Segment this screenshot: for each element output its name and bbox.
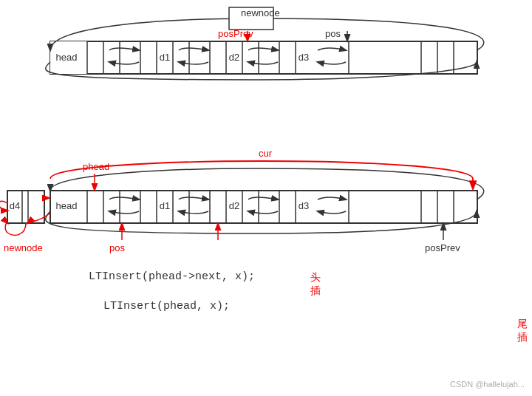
posPrev-top-label: posPrev: [218, 28, 253, 39]
phead-label: phead: [83, 161, 109, 172]
code-section-2: LTInsert(phead, x); 尾插: [103, 299, 230, 313]
bottom-d2-label: d2: [229, 200, 239, 211]
bottom-head-label: head: [56, 200, 78, 211]
pos-top-label: pos: [325, 28, 341, 39]
top-d1-label: d1: [160, 52, 170, 63]
code-section-1: LTInsert(phead->next, x); 头插: [89, 270, 255, 283]
code1-text: LTInsert(phead->next, x);: [89, 270, 255, 283]
cur-label: cur: [259, 148, 272, 159]
top-head-label: head: [56, 52, 78, 63]
bottom-d4-label: d4: [10, 200, 20, 211]
newnode-bottom-label: newnode: [4, 242, 43, 253]
diagram-container: head d1 d2 d3 d4 head d1 d2 d3 pos posPr…: [0, 0, 532, 396]
top-d3-label: d3: [299, 52, 309, 63]
svg-rect-22: [50, 191, 477, 223]
code2-comment: 尾插: [517, 318, 528, 344]
newnode-top-label: newnode: [241, 7, 280, 18]
top-d2-label: d2: [229, 52, 239, 63]
csdn-label: CSDN @hallelujah...: [450, 380, 525, 389]
code2-ltinsert: LTInsert(phead, x);: [103, 300, 230, 313]
pos-bottom-label: pos: [109, 242, 125, 253]
code1-comment: 头插: [310, 271, 321, 298]
bottom-d1-label: d1: [160, 200, 170, 211]
main-svg: head d1 d2 d3 d4 head d1 d2 d3: [0, 0, 532, 396]
svg-rect-0: [50, 41, 477, 74]
posPrev-bottom-label: posPrev: [425, 242, 460, 253]
bottom-d3-label: d3: [299, 200, 309, 211]
code1-ltinsert: LTInsert(phead->next, x);: [89, 270, 255, 283]
code2-text: LTInsert(phead, x);: [103, 300, 230, 313]
